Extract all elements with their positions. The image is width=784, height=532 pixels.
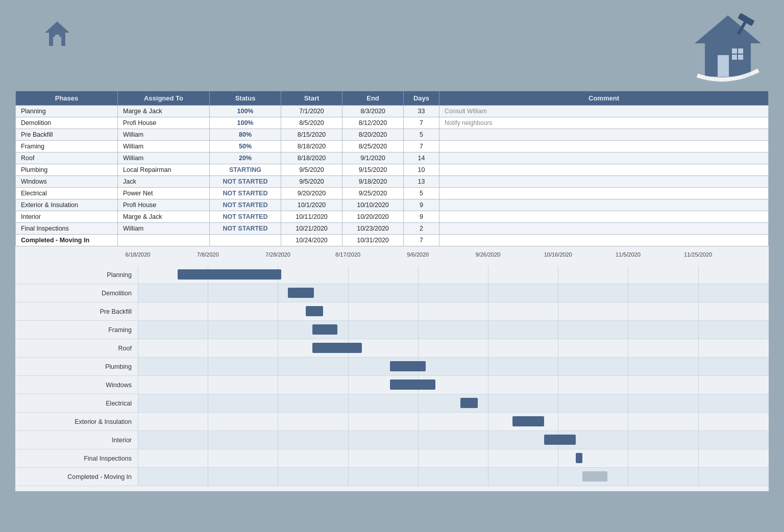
gantt-grid-line — [628, 321, 628, 339]
cell-end: 8/20/2020 — [342, 129, 404, 141]
gantt-grid-line — [488, 284, 488, 302]
svg-rect-8 — [738, 13, 755, 26]
gantt-grid-line — [348, 468, 349, 486]
gantt-grid-line — [138, 266, 138, 284]
cell-assigned: William — [118, 141, 210, 153]
cell-phase: Plumbing — [16, 164, 118, 176]
gantt-row-label: Electrical — [15, 400, 138, 407]
gantt-grid-line — [628, 302, 628, 320]
cell-comment — [439, 141, 769, 153]
gantt-row-label: Exterior & Insulation — [15, 418, 138, 425]
cell-assigned: Marge & Jack — [118, 106, 210, 117]
col-phases: Phases — [16, 91, 118, 106]
cell-start: 10/1/2020 — [281, 199, 342, 211]
cell-days: 5 — [404, 129, 439, 141]
gantt-bar — [576, 453, 583, 463]
col-status: Status — [210, 91, 281, 106]
cell-phase: Completed - Moving In — [16, 235, 118, 246]
gantt-grid-line — [698, 449, 699, 467]
cell-start: 9/5/2020 — [281, 176, 342, 188]
table-row: Planning Marge & Jack 100% 7/1/2020 8/3/… — [16, 106, 769, 117]
cell-status: 20% — [210, 153, 281, 164]
gantt-bar — [312, 324, 337, 335]
gantt-date-label: 9/26/2020 — [476, 251, 501, 258]
cell-comment — [439, 199, 769, 211]
gantt-grid-line — [348, 321, 349, 339]
gantt-grid-line — [698, 413, 699, 430]
cell-days: 5 — [404, 188, 439, 199]
svg-rect-4 — [718, 55, 729, 77]
cell-start: 9/5/2020 — [281, 164, 342, 176]
gantt-grid-line — [138, 468, 138, 486]
cell-comment — [439, 211, 769, 223]
gantt-grid-line — [558, 449, 558, 467]
gantt-row: Planning — [15, 266, 769, 284]
gantt-grid-line — [418, 302, 419, 320]
gantt-grid-line — [558, 284, 558, 302]
gantt-row: Roof — [15, 339, 769, 358]
cell-days: 10 — [404, 164, 439, 176]
gantt-section: 6/18/20207/8/20207/28/20208/17/20209/6/2… — [15, 246, 769, 491]
gantt-grid-line — [208, 321, 208, 339]
gantt-grid-line — [488, 302, 488, 320]
gantt-grid-line — [418, 339, 419, 357]
gantt-grid-line — [418, 266, 419, 284]
cell-end: 9/1/2020 — [342, 153, 404, 164]
gantt-grid-line — [138, 376, 138, 394]
gantt-grid-line — [698, 394, 699, 412]
gantt-grid-line — [558, 394, 558, 412]
cell-start: 8/18/2020 — [281, 141, 342, 153]
gantt-grid-line — [418, 413, 419, 430]
gantt-grid-line — [698, 339, 699, 357]
gantt-grid-line — [418, 468, 419, 486]
gantt-grid-line — [698, 376, 699, 394]
cell-phase: Pre Backfill — [16, 129, 118, 141]
gantt-grid-line — [138, 321, 138, 339]
gantt-row-chart — [138, 339, 769, 357]
gantt-grid-line — [348, 284, 349, 302]
gantt-row-label: Completed - Moving In — [15, 473, 138, 480]
gantt-grid-line — [278, 321, 278, 339]
cell-assigned: Profi House — [118, 117, 210, 129]
gantt-row: Final Inspections — [15, 449, 769, 468]
cell-start: 9/20/2020 — [281, 188, 342, 199]
cell-phase: Exterior & Insulation — [16, 199, 118, 211]
gantt-row-chart — [138, 431, 769, 449]
cell-status: STARTING — [210, 164, 281, 176]
gantt-grid-line — [278, 449, 278, 467]
cell-comment — [439, 129, 769, 141]
cell-status: 100% — [210, 106, 281, 117]
cell-phase: Electrical — [16, 188, 118, 199]
gantt-bar — [390, 379, 435, 390]
cell-end: 10/10/2020 — [342, 199, 404, 211]
gantt-grid-line — [628, 413, 628, 430]
gantt-row: Windows — [15, 376, 769, 394]
gantt-row-label: Interior — [15, 437, 138, 444]
cell-status: NOT STARTED — [210, 211, 281, 223]
gantt-grid-line — [558, 302, 558, 320]
gantt-grid-line — [138, 302, 138, 320]
gantt-grid-line — [208, 449, 208, 467]
cell-start: 8/5/2020 — [281, 117, 342, 129]
table-row: Exterior & Insulation Profi House NOT ST… — [16, 199, 769, 211]
cell-end: 8/12/2020 — [342, 117, 404, 129]
gantt-grid-line — [208, 284, 208, 302]
cell-days: 9 — [404, 199, 439, 211]
gantt-grid-line — [558, 413, 558, 430]
gantt-grid-line — [208, 339, 208, 357]
cell-comment — [439, 153, 769, 164]
gantt-grid-line — [208, 413, 208, 430]
gantt-row-chart — [138, 394, 769, 412]
gantt-dates-area: 6/18/20207/8/20207/28/20208/17/20209/6/2… — [138, 251, 769, 266]
cell-comment: Notify neighbours — [439, 117, 769, 129]
gantt-grid-line — [558, 468, 558, 486]
gantt-row: Demolition — [15, 284, 769, 302]
gantt-grid-line — [278, 376, 278, 394]
gantt-row-chart — [138, 468, 769, 486]
gantt-grid-line — [628, 266, 628, 284]
cell-assigned: Profi House — [118, 199, 210, 211]
cell-assigned: Power Net — [118, 188, 210, 199]
cell-comment — [439, 188, 769, 199]
gantt-grid-line — [348, 394, 349, 412]
table-row: Framing William 50% 8/18/2020 8/25/2020 … — [16, 141, 769, 153]
